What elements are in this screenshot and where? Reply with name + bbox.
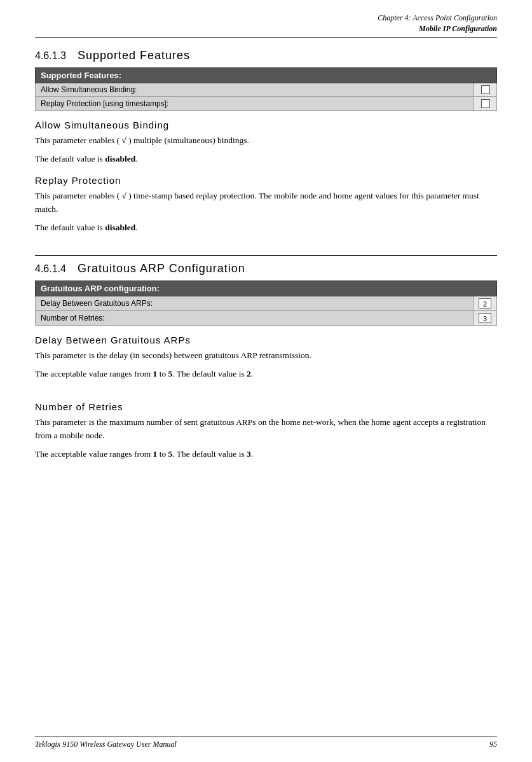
number-of-retries-heading: Number of Retries bbox=[35, 401, 497, 412]
retries-para2-suffix: . bbox=[251, 449, 253, 459]
table-header-row: Supported Features: bbox=[36, 67, 497, 83]
replay-protection-heading: Replay Protection bbox=[35, 175, 497, 186]
allow-simultaneous-para1: This parameter enables ( √ ) multiple (s… bbox=[35, 134, 497, 148]
page-header: Chapter 4: Access Point Configuration Mo… bbox=[35, 13, 497, 38]
supported-features-header: Supported Features: bbox=[36, 67, 497, 83]
delay-para2-b3: 2 bbox=[247, 369, 251, 378]
delay-para2-suffix: . bbox=[251, 369, 253, 378]
replay-protection-checkbox[interactable] bbox=[481, 99, 490, 108]
section-separator bbox=[35, 255, 497, 256]
supported-features-table: Supported Features: Allow Simultaneous B… bbox=[35, 67, 497, 111]
delay-para2-mid1: to bbox=[157, 369, 168, 378]
delay-between-para2: The acceptable value ranges from 1 to 5.… bbox=[35, 368, 497, 381]
table-row-allow-binding: Allow Simultaneous Binding: bbox=[36, 83, 497, 97]
retries-para2-prefix: The acceptable value ranges from bbox=[35, 449, 153, 459]
page-container: Chapter 4: Access Point Configuration Mo… bbox=[0, 0, 532, 762]
delay-between-para1: This parameter is the delay (in seconds)… bbox=[35, 349, 497, 363]
replay-protection-para2-prefix: The default value is bbox=[35, 223, 105, 232]
section-line: Mobile IP Configuration bbox=[35, 24, 497, 34]
retries-para2-mid1: to bbox=[157, 449, 168, 459]
section-461-4-title: Gratuitous ARP Configuration bbox=[78, 262, 245, 275]
retries-para2-mid2: . The default value is bbox=[172, 449, 247, 459]
allow-simultaneous-para2-bold: disabled bbox=[105, 154, 135, 163]
delay-value-box: 2 bbox=[479, 298, 491, 308]
footer-page: 95 bbox=[489, 740, 497, 749]
delay-para2-mid2: . The default value is bbox=[172, 369, 247, 378]
replay-protection-label: Replay Protection [using timestamps]: bbox=[36, 97, 474, 111]
section-461-3-heading: 4.6.1.3 Supported Features bbox=[35, 49, 497, 62]
delay-between-heading: Delay Between Gratuitous ARPs bbox=[35, 335, 497, 345]
allow-simultaneous-para2-suffix: . bbox=[135, 154, 137, 163]
replay-protection-para2-bold: disabled bbox=[105, 223, 135, 232]
page-footer: Teklogix 9150 Wireless Gateway User Manu… bbox=[35, 737, 497, 749]
replay-protection-para1: This parameter enables ( √ ) time-stamp … bbox=[35, 190, 497, 216]
allow-binding-checkbox[interactable] bbox=[481, 85, 490, 94]
retries-value[interactable]: 3 bbox=[474, 310, 497, 325]
chapter-line: Chapter 4: Access Point Configuration bbox=[35, 13, 497, 24]
replay-protection-value[interactable] bbox=[474, 97, 497, 111]
allow-simultaneous-para2: The default value is disabled. bbox=[35, 153, 497, 166]
allow-simultaneous-para2-prefix: The default value is bbox=[35, 154, 105, 163]
gratuitous-arp-header: Gratuitous ARP configuration: bbox=[36, 281, 497, 296]
table-row-replay-protection: Replay Protection [using timestamps]: bbox=[36, 97, 497, 111]
allow-simultaneous-heading: Allow Simultaneous Binding bbox=[35, 120, 497, 130]
number-of-retries-para1: This parameter is the maximum number of … bbox=[35, 416, 497, 443]
number-of-retries-para2: The acceptable value ranges from 1 to 5.… bbox=[35, 448, 497, 461]
delay-value[interactable]: 2 bbox=[474, 296, 497, 310]
allow-binding-value[interactable] bbox=[474, 83, 497, 97]
table-row-delay: Delay Between Gratuitous ARPs: 2 bbox=[36, 296, 497, 310]
delay-para2-prefix: The acceptable value ranges from bbox=[35, 369, 153, 378]
replay-protection-para2: The default value is disabled. bbox=[35, 221, 497, 235]
gratuitous-arp-header-row: Gratuitous ARP configuration: bbox=[36, 281, 497, 296]
section-461-3-title: Supported Features bbox=[78, 49, 190, 62]
replay-protection-para2-suffix: . bbox=[135, 223, 137, 232]
retries-label: Number of Retries: bbox=[36, 310, 474, 325]
footer-manual: Teklogix 9150 Wireless Gateway User Manu… bbox=[35, 740, 177, 749]
gratuitous-arp-table: Gratuitous ARP configuration: Delay Betw… bbox=[35, 281, 497, 326]
section-461-4-number: 4.6.1.4 bbox=[35, 263, 66, 275]
table-row-retries: Number of Retries: 3 bbox=[36, 310, 497, 325]
retries-value-box: 3 bbox=[479, 313, 491, 323]
delay-label: Delay Between Gratuitous ARPs: bbox=[36, 296, 474, 310]
allow-binding-label: Allow Simultaneous Binding: bbox=[36, 83, 474, 97]
retries-para2-b3: 3 bbox=[247, 449, 251, 459]
section-461-3-number: 4.6.1.3 bbox=[35, 50, 66, 62]
section-461-4-heading: 4.6.1.4 Gratuitous ARP Configuration bbox=[35, 262, 497, 275]
